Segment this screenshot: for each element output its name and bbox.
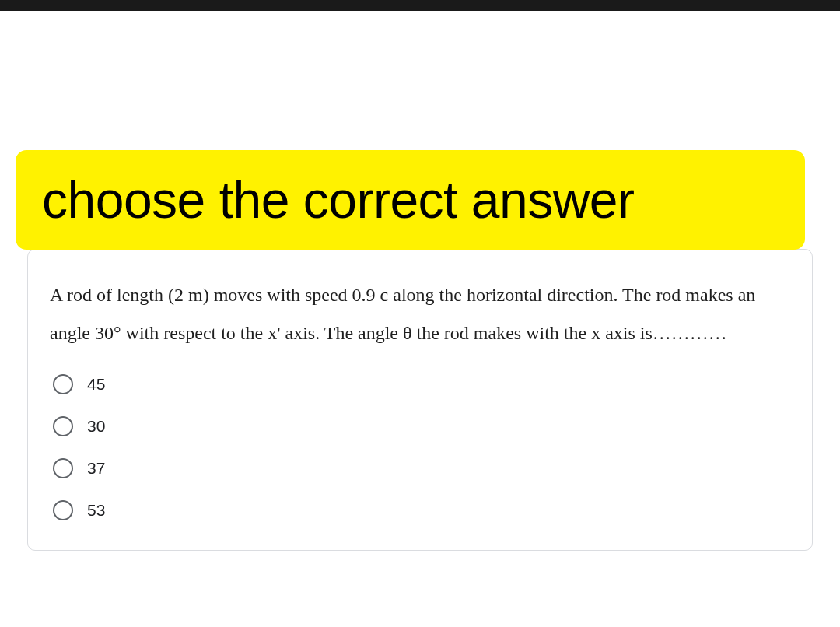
option-row-3[interactable]: 53 [53,500,790,520]
question-card: A rod of length (2 m) moves with speed 0… [27,249,813,551]
option-label: 37 [87,459,105,478]
option-row-0[interactable]: 45 [53,374,790,394]
radio-icon[interactable] [53,416,73,436]
top-bar [0,0,840,11]
option-label: 45 [87,375,105,394]
radio-icon[interactable] [53,500,73,520]
instruction-banner: choose the correct answer [16,150,805,250]
radio-icon[interactable] [53,458,73,478]
option-row-1[interactable]: 30 [53,416,790,436]
option-label: 53 [87,501,105,520]
option-label: 30 [87,417,105,436]
banner-title: choose the correct answer [42,170,635,229]
option-row-2[interactable]: 37 [53,458,790,478]
question-text: A rod of length (2 m) moves with speed 0… [50,276,790,352]
radio-icon[interactable] [53,374,73,394]
options-list: 45 30 37 53 [50,374,790,520]
